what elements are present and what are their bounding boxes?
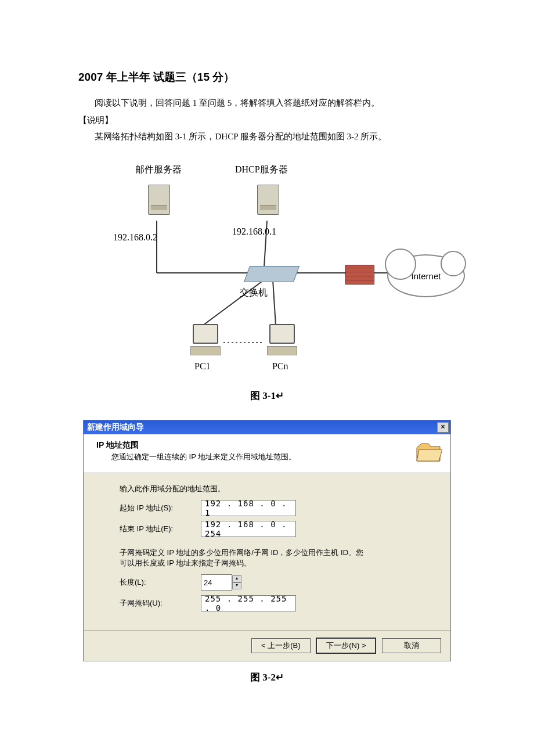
dialog-header: IP 地址范围 您通过确定一组连续的 IP 地址来定义作用域地址范围。 [84,434,450,473]
subnet-desc: 子网掩码定义 IP 地址的多少位用作网络/子网 ID，多少位用作主机 ID。您 … [120,548,423,568]
internet-cloud-icon: Internet [387,254,465,297]
back-button[interactable]: < 上一步(B) [251,638,311,653]
cancel-button[interactable]: 取消 [382,638,441,653]
switch-label: 交换机 [240,287,268,299]
network-topology-diagram: 邮件服务器 DHCP服务器 192.168.0.2 192.168.0.1 交换… [102,157,461,383]
spin-down-icon[interactable]: ▾ [232,582,241,589]
next-button[interactable]: 下一步(N) > [316,638,376,654]
instruction-text: 阅读以下说明，回答问题 1 至问题 5，将解答填入答题纸对应的解答栏内。 [78,95,456,110]
pc1-icon [189,324,222,358]
length-label: 长度(L): [120,577,201,588]
svg-line-4 [273,280,276,325]
start-ip-label: 起始 IP 地址(S): [120,503,201,513]
figure-3-1-caption: 图 3-1↵ [78,389,456,402]
header-subtitle: 您通过确定一组连续的 IP 地址来定义作用域地址范围。 [111,452,409,462]
internet-label: Internet [412,271,441,281]
dialog-body: 输入此作用域分配的地址范围。 起始 IP 地址(S): 192 . 168 . … [84,473,450,630]
dhcp-server-icon [257,185,279,215]
length-spinner[interactable]: 24 [201,574,232,591]
dialog-title-text: 新建作用域向导 [87,422,144,431]
spinner-buttons[interactable]: ▴ ▾ [232,575,241,589]
explain-heading: 【说明】 [78,113,456,128]
end-ip-label: 结束 IP 地址(E): [120,524,201,534]
dhcp-server-label: DHCP服务器 [235,164,288,176]
header-title: IP 地址范围 [96,440,409,451]
explain-body: 某网络拓扑结构如图 3-1 所示，DHCP 服务器分配的地址范围如图 3-2 所… [78,129,456,144]
mail-server-label: 邮件服务器 [135,164,182,176]
dhcp-scope-wizard-dialog: 新建作用域向导 × IP 地址范围 您通过确定一组连续的 IP 地址来定义作用域… [83,420,451,661]
pcn-label: PCn [272,361,288,372]
pcn-icon [265,324,299,358]
mask-label: 子网掩码(U): [120,598,201,609]
firewall-icon [345,265,374,285]
switch-icon [244,266,300,282]
start-ip-input[interactable]: 192 . 168 . 0 . 1 [201,500,296,516]
page-title: 2007 年上半年 试题三（15 分） [78,70,456,85]
mail-ip-label: 192.168.0.2 [113,232,157,243]
pc1-label: PC1 [194,361,211,372]
dialog-titlebar: 新建作用域向导 × [84,420,450,434]
svg-marker-9 [417,449,442,461]
spin-up-icon[interactable]: ▴ [232,575,241,582]
close-button[interactable]: × [437,422,449,433]
figure-3-2-caption: 图 3-2↵ [78,671,456,684]
dhcp-ip-label: 192.168.0.1 [232,226,276,237]
range-instruction: 输入此作用域分配的地址范围。 [120,484,423,494]
folder-icon [416,440,442,463]
mask-input[interactable]: 255 . 255 . 255 . 0 [201,595,296,611]
end-ip-input[interactable]: 192 . 168 . 0 . 254 [201,521,296,537]
mail-server-icon [148,185,170,215]
dialog-footer: < 上一步(B) 下一步(N) > 取消 [84,630,450,661]
